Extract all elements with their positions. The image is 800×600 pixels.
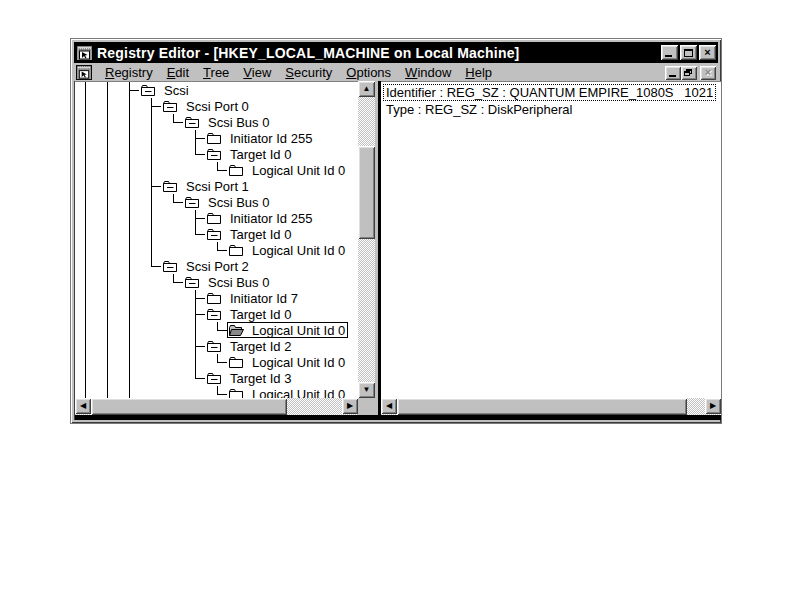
registry-tree-panel[interactable]: ScsiScsi Port 0Scsi Bus 0Initiator Id 25… <box>75 81 358 398</box>
tree-item-logical-unit-id-0[interactable]: Logical Unit Id 0 <box>227 322 348 338</box>
tree-guide-line <box>151 194 152 210</box>
tree-guide-line <box>195 298 205 299</box>
closed-folder-icon <box>206 131 226 145</box>
value-horizontal-scrollbar[interactable]: ◀ ▶ <box>381 398 721 415</box>
minimize-icon <box>665 55 672 57</box>
expanded-folder-icon <box>206 371 226 385</box>
tree-item-label: Scsi Port 0 <box>186 99 249 114</box>
tree-item-initiator-id-255[interactable]: Initiator Id 255 <box>205 130 315 146</box>
close-icon: × <box>704 47 710 58</box>
scroll-up-button[interactable]: ▲ <box>358 81 375 97</box>
scroll-up-icon: ▲ <box>363 85 371 93</box>
menu-item-window[interactable]: Window <box>398 65 458 80</box>
menu-item-tree[interactable]: Tree <box>196 65 236 80</box>
tree-guide-line <box>195 218 205 219</box>
tree-item-target-id-3[interactable]: Target Id 3 <box>205 370 294 386</box>
tree-guide-line <box>195 234 205 235</box>
tree-item-scsi-port-1[interactable]: Scsi Port 1 <box>161 178 252 194</box>
closed-folder-icon <box>228 243 248 257</box>
tree-guide-line <box>151 186 161 187</box>
tree-horizontal-scrollbar[interactable]: ◀ ▶ <box>75 398 358 415</box>
scrollbar-thumb[interactable] <box>91 398 287 415</box>
menu-item-options[interactable]: Options <box>339 65 398 80</box>
mdi-minimize-button[interactable] <box>665 66 681 80</box>
tree-item-label: Scsi Bus 0 <box>208 195 269 210</box>
scrollbar-thumb[interactable] <box>358 146 375 239</box>
expanded-folder-icon <box>184 115 204 129</box>
open-folder-icon <box>228 323 248 337</box>
scroll-left-button[interactable]: ◀ <box>381 398 397 414</box>
tree-item-label: Target Id 3 <box>230 371 291 386</box>
scrollbar-track[interactable] <box>358 81 375 398</box>
tree-item-scsi-bus-0[interactable]: Scsi Bus 0 <box>183 274 272 290</box>
tree-item-label: Scsi Bus 0 <box>208 275 269 290</box>
menu-item-view[interactable]: View <box>236 65 278 80</box>
tree-row: Initiator Id 255 <box>75 210 358 226</box>
tree-row: Scsi <box>75 82 358 98</box>
mdi-close-button[interactable]: × <box>700 66 716 80</box>
tree-item-logical-unit-id-0[interactable]: Logical Unit Id 0 <box>227 354 348 370</box>
tree-item-label: Target Id 0 <box>230 227 291 242</box>
tree-item-logical-unit-id-0[interactable]: Logical Unit Id 0 <box>227 242 348 258</box>
tree-guide-line <box>151 210 152 226</box>
splitter-handle[interactable] <box>358 398 378 415</box>
tree-item-scsi-bus-0[interactable]: Scsi Bus 0 <box>183 194 272 210</box>
tree-row: Scsi Port 1 <box>75 178 358 194</box>
tree-item-logical-unit-id-0[interactable]: Logical Unit Id 0 <box>227 386 348 398</box>
title-bar[interactable]: Registry Editor - [HKEY_LOCAL_MACHINE on… <box>74 42 718 63</box>
tree-guide-line <box>151 162 152 178</box>
tree-item-scsi-bus-0[interactable]: Scsi Bus 0 <box>183 114 272 130</box>
tree-item-scsi-port-2[interactable]: Scsi Port 2 <box>161 258 252 274</box>
tree-item-target-id-2[interactable]: Target Id 2 <box>205 338 294 354</box>
maximize-button[interactable] <box>680 45 697 60</box>
value-row-type[interactable]: Type : REG_SZ : DiskPeripheral <box>383 101 575 118</box>
tree-item-scsi-port-0[interactable]: Scsi Port 0 <box>161 98 252 114</box>
value-rows: Identifier : REG_SZ : QUANTUM EMPIRE_108… <box>383 84 720 118</box>
tree-row: Initiator Id 7 <box>75 290 358 306</box>
tree-item-logical-unit-id-0[interactable]: Logical Unit Id 0 <box>227 162 348 178</box>
closed-folder-icon <box>206 291 226 305</box>
expanded-folder-icon <box>206 147 226 161</box>
tree-row: Initiator Id 255 <box>75 130 358 146</box>
menu-item-help[interactable]: Help <box>458 65 499 80</box>
closed-folder-icon <box>228 163 248 177</box>
scroll-down-button[interactable]: ▼ <box>358 382 375 398</box>
tree-item-label: Scsi Port 2 <box>186 259 249 274</box>
tree-item-label: Scsi Port 1 <box>186 179 249 194</box>
app-icon <box>76 45 93 61</box>
tree-guide-line <box>151 130 152 146</box>
mdi-restore-button[interactable] <box>681 66 697 80</box>
menu-item-security[interactable]: Security <box>278 65 339 80</box>
tree-item-label: Scsi Bus 0 <box>208 115 269 130</box>
tree-item-scsi[interactable]: Scsi <box>139 82 192 98</box>
tree-item-label: Logical Unit Id 0 <box>252 387 345 399</box>
menu-item-edit[interactable]: Edit <box>160 65 196 80</box>
scroll-right-button[interactable]: ▶ <box>705 398 721 414</box>
scroll-right-icon: ▶ <box>710 402 716 410</box>
scrollbar-thumb[interactable] <box>397 398 687 415</box>
expanded-folder-icon <box>206 227 226 241</box>
tree-guide-line <box>195 154 205 155</box>
value-row-identifier[interactable]: Identifier : REG_SZ : QUANTUM EMPIRE_108… <box>383 84 716 101</box>
tree-item-label: Initiator Id 255 <box>230 211 312 226</box>
scroll-down-icon: ▼ <box>363 386 371 394</box>
registry-editor-window: Registry Editor - [HKEY_LOCAL_MACHINE on… <box>70 38 722 424</box>
menu-item-registry[interactable]: Registry <box>98 65 160 80</box>
scroll-left-button[interactable]: ◀ <box>75 398 91 414</box>
value-panel[interactable]: Identifier : REG_SZ : QUANTUM EMPIRE_108… <box>381 81 721 398</box>
window-title: Registry Editor - [HKEY_LOCAL_MACHINE on… <box>97 45 519 61</box>
tree-vertical-scrollbar[interactable]: ▲ ▼ <box>358 81 375 398</box>
tree-item-target-id-0[interactable]: Target Id 0 <box>205 306 294 322</box>
mdi-minimize-icon <box>669 75 676 77</box>
tree-item-target-id-0[interactable]: Target Id 0 <box>205 146 294 162</box>
minimize-button[interactable] <box>661 45 678 60</box>
tree-row: Logical Unit Id 0 <box>75 386 358 398</box>
scroll-left-icon: ◀ <box>386 402 392 410</box>
scroll-right-button[interactable]: ▶ <box>342 398 358 414</box>
close-button[interactable]: × <box>699 45 716 60</box>
window-bottom-edge <box>75 415 721 420</box>
tree-item-initiator-id-255[interactable]: Initiator Id 255 <box>205 210 315 226</box>
tree-item-target-id-0[interactable]: Target Id 0 <box>205 226 294 242</box>
expanded-folder-icon <box>184 275 204 289</box>
tree-item-initiator-id-7[interactable]: Initiator Id 7 <box>205 290 301 306</box>
